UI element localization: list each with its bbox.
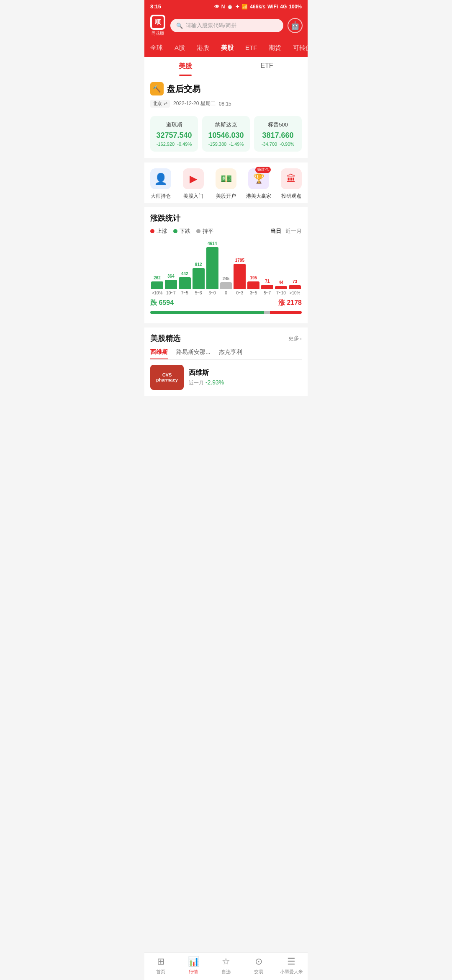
after-hours-header: 🔨 盘后交易 — [144, 76, 308, 98]
legend-fall: 下跌 — [173, 227, 190, 235]
sp500-change: -34.700 -0.90% — [258, 142, 298, 147]
bar-val-2: 442 — [181, 271, 188, 276]
winner-icon: 🏆 赚红包 — [248, 168, 269, 189]
quick-link-account[interactable]: 💵 美股开户 — [211, 168, 241, 200]
bar-5-3-green: 912 5~3 — [193, 262, 205, 295]
rise-label: 上涨 — [157, 227, 167, 235]
nav-tab-usshare[interactable]: 美股 — [215, 42, 239, 54]
nasdaq-change: -159.380 -1.49% — [206, 142, 246, 147]
cellular-icon: 4G — [280, 4, 287, 10]
featured-tab-jack[interactable]: 杰克亨利 — [219, 348, 242, 359]
more-link[interactable]: 更多 › — [288, 335, 302, 342]
bar-val-7: 195 — [250, 276, 257, 280]
featured-tab-louisiana[interactable]: 路易斯安那... — [176, 348, 211, 359]
time-text: 08:15 — [219, 101, 231, 107]
stats-title: 涨跌统计 — [150, 213, 302, 223]
location-text: 北京 — [153, 101, 162, 107]
nav-tab-futures[interactable]: 期货 — [263, 42, 287, 54]
stats-bar-green — [150, 311, 264, 314]
featured-item-change-row: 近一月 -2.93% — [189, 379, 302, 387]
quick-link-master[interactable]: 👤 大师持仓 — [146, 168, 175, 200]
bar-rect-1 — [165, 280, 177, 289]
quick-link-research[interactable]: 🏛 投研观点 — [277, 168, 306, 200]
after-hours-section: 🔨 盘后交易 北京 ⇌ 2022-12-20 星期二 08:15 道琼斯 327… — [144, 76, 308, 158]
bar-3-5-red: 195 3~5 — [247, 276, 259, 295]
research-label: 投研观点 — [281, 193, 301, 200]
nasdaq-value: 10546.030 — [206, 131, 246, 140]
fall-total: 跌 6594 — [150, 299, 174, 307]
bar-rect-6 — [234, 264, 246, 289]
period-month[interactable]: 近一月 — [285, 227, 302, 235]
search-bar[interactable]: 🔍 请输入股票代码/简拼 — [170, 19, 283, 32]
alarm-icon: ⏰ — [227, 4, 233, 10]
bar-gt10-red: 73 >10% — [289, 279, 301, 295]
featured-item[interactable]: CVSpharmacy 西维斯 近一月 -2.93% — [150, 365, 302, 390]
robot-button[interactable]: 🤖 — [288, 18, 303, 33]
app-logo[interactable]: 顺 同花顺 — [149, 15, 166, 36]
bar-rect-0 — [151, 281, 163, 289]
speed-label: 466k/s — [250, 4, 265, 10]
featured-title: 美股精选 — [150, 333, 180, 343]
master-icon: 👤 — [150, 168, 171, 189]
nav-tab-convertible[interactable]: 可转债 — [287, 42, 308, 54]
stats-period-selector: 当日 近一月 — [270, 227, 302, 235]
date-text: 2022-12-20 星期二 — [173, 100, 216, 107]
featured-item-info: 西维斯 近一月 -2.93% — [189, 369, 302, 387]
nav-tab-global[interactable]: 全球 — [144, 42, 169, 54]
nav-tab-etf[interactable]: ETF — [239, 42, 263, 54]
sub-tab-usstock[interactable]: 美股 — [144, 57, 226, 76]
battery-label: 100% — [289, 4, 302, 10]
winner-label: 港美大赢家 — [246, 193, 271, 200]
stats-bar-red — [270, 311, 302, 314]
master-label: 大师持仓 — [151, 193, 171, 200]
bluetooth-icon: ✦ — [235, 4, 239, 10]
bar-val-10: 73 — [293, 279, 297, 284]
featured-thumbnail: CVSpharmacy — [150, 365, 184, 390]
transfer-icon: ⇌ — [164, 101, 167, 106]
bar-3-0-green: 4614 3~0 — [206, 241, 218, 295]
bar-rect-3 — [193, 268, 205, 289]
sub-tab-etf[interactable]: ETF — [226, 57, 308, 76]
logo-text: 同花顺 — [152, 31, 164, 36]
more-label: 更多 — [288, 335, 299, 342]
after-hours-title: 盘后交易 — [167, 83, 200, 95]
sp500-card[interactable]: 标普500 3817.660 -34.700 -0.90% — [254, 116, 302, 152]
rise-dot — [150, 229, 154, 233]
sp500-value: 3817.660 — [258, 131, 298, 140]
main-nav: 全球 A股 港股 美股 ETF 期货 可转债 其他 — [144, 41, 308, 57]
stats-distribution-bar — [150, 311, 302, 314]
bar-val-4: 4614 — [208, 241, 217, 246]
dow-card[interactable]: 道琼斯 32757.540 -162.920 -0.49% — [150, 116, 198, 152]
fall-dot — [173, 229, 177, 233]
quick-link-intro[interactable]: ▶ 美股入门 — [179, 168, 208, 200]
bar-lbl-1: 10~7 — [166, 291, 176, 295]
robot-icon: 🤖 — [290, 21, 300, 30]
nasdaq-card[interactable]: 纳斯达克 10546.030 -159.380 -1.49% — [202, 116, 250, 152]
featured-period: 近一月 — [189, 380, 204, 386]
after-hours-icon: 🔨 — [150, 82, 164, 95]
bar-gt10-green: 262 >10% — [151, 276, 163, 295]
quick-link-winner[interactable]: 🏆 赚红包 港美大赢家 — [244, 168, 273, 200]
bar-lbl-9: 7~10 — [276, 291, 286, 295]
bar-val-1: 364 — [167, 274, 175, 279]
featured-section: 美股精选 更多 › 西维斯 路易斯安那... 杰克亨利 CVSpharmacy … — [144, 328, 308, 396]
bar-10-7-green: 364 10~7 — [165, 274, 177, 295]
bar-rect-8 — [261, 285, 273, 289]
nav-tab-ashare[interactable]: A股 — [169, 42, 191, 54]
winner-badge: 赚红包 — [255, 167, 271, 173]
bar-rect-9 — [275, 286, 287, 289]
featured-tab-cvs[interactable]: 西维斯 — [150, 348, 168, 359]
signal-icon: 📶 — [241, 4, 248, 10]
bar-val-3: 912 — [195, 262, 202, 267]
dow-change: -162.920 -0.49% — [154, 142, 194, 147]
bar-lbl-10: >10% — [290, 291, 300, 295]
nav-tab-hkshare[interactable]: 港股 — [191, 42, 215, 54]
index-cards: 道琼斯 32757.540 -162.920 -0.49% 纳斯达克 10546… — [144, 113, 308, 158]
after-hours-meta: 北京 ⇌ 2022-12-20 星期二 08:15 — [144, 98, 308, 113]
featured-tabs: 西维斯 路易斯安那... 杰克亨利 — [150, 348, 302, 360]
bar-7-5-green: 442 7~5 — [179, 271, 191, 295]
period-today[interactable]: 当日 — [270, 227, 281, 235]
bar-chart: 262 >10% 364 10~7 442 7~5 912 5~3 4614 3… — [150, 241, 302, 295]
chevron-right-icon: › — [300, 335, 302, 342]
status-time: 8:15 — [150, 3, 161, 10]
